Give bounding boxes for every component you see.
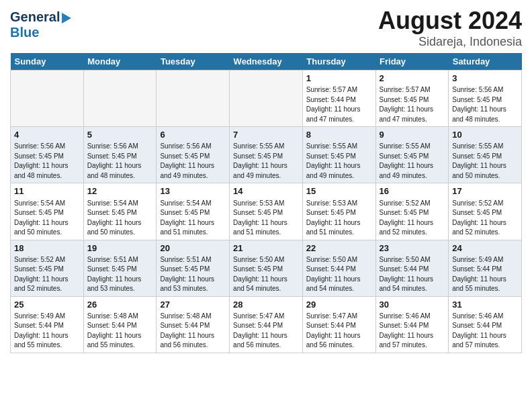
logo-arrow-icon (62, 13, 71, 24)
calendar-cell: 6Sunrise: 5:56 AMSunset: 5:45 PMDaylight… (157, 127, 230, 183)
calendar-cell: 12Sunrise: 5:54 AMSunset: 5:45 PMDayligh… (83, 183, 157, 240)
day-number: 10 (452, 129, 518, 141)
calendar-cell: 31Sunrise: 5:46 AMSunset: 5:44 PMDayligh… (449, 296, 522, 353)
cell-details: Sunrise: 5:55 AMSunset: 5:45 PMDaylight:… (233, 142, 299, 181)
day-number: 21 (233, 242, 299, 255)
calendar-cell: 17Sunrise: 5:52 AMSunset: 5:45 PMDayligh… (449, 183, 522, 240)
calendar-cell: 27Sunrise: 5:48 AMSunset: 5:44 PMDayligh… (157, 296, 230, 353)
cell-details: Sunrise: 5:51 AMSunset: 5:45 PMDaylight:… (160, 255, 226, 294)
day-number: 31 (452, 299, 518, 311)
calendar-cell: 10Sunrise: 5:55 AMSunset: 5:45 PMDayligh… (449, 127, 522, 183)
cell-details: Sunrise: 5:56 AMSunset: 5:45 PMDaylight:… (160, 142, 226, 181)
col-thursday: Thursday (302, 53, 375, 71)
col-monday: Monday (83, 53, 157, 71)
logo-general: General (10, 9, 60, 25)
day-number: 27 (160, 299, 226, 311)
cell-details: Sunrise: 5:52 AMSunset: 5:45 PMDaylight:… (380, 199, 445, 238)
day-number: 18 (14, 242, 80, 255)
cell-details: Sunrise: 5:52 AMSunset: 5:45 PMDaylight:… (452, 199, 518, 238)
week-row-4: 18Sunrise: 5:52 AMSunset: 5:45 PMDayligh… (11, 240, 522, 296)
cell-details: Sunrise: 5:53 AMSunset: 5:45 PMDaylight:… (306, 199, 372, 238)
cell-details: Sunrise: 5:49 AMSunset: 5:44 PMDaylight:… (452, 255, 518, 294)
day-number: 4 (14, 129, 80, 141)
calendar-cell: 7Sunrise: 5:55 AMSunset: 5:45 PMDaylight… (230, 127, 303, 183)
calendar-cell: 15Sunrise: 5:53 AMSunset: 5:45 PMDayligh… (302, 183, 375, 240)
day-number: 28 (233, 299, 299, 311)
cell-details: Sunrise: 5:57 AMSunset: 5:45 PMDaylight:… (380, 85, 445, 124)
calendar-cell (230, 71, 303, 127)
location: Sidareja, Indonesia (378, 35, 522, 49)
calendar-cell: 20Sunrise: 5:51 AMSunset: 5:45 PMDayligh… (157, 240, 230, 296)
calendar-cell: 19Sunrise: 5:51 AMSunset: 5:45 PMDayligh… (83, 240, 157, 296)
cell-details: Sunrise: 5:56 AMSunset: 5:45 PMDaylight:… (14, 142, 80, 181)
day-number: 13 (160, 185, 226, 197)
header: General Blue August 2024 Sidareja, Indon… (10, 7, 522, 49)
day-number: 2 (380, 73, 445, 85)
calendar-cell: 26Sunrise: 5:48 AMSunset: 5:44 PMDayligh… (83, 296, 157, 353)
col-sunday: Sunday (11, 53, 84, 71)
calendar-cell: 28Sunrise: 5:47 AMSunset: 5:44 PMDayligh… (230, 296, 303, 353)
header-row: Sunday Monday Tuesday Wednesday Thursday… (11, 53, 522, 71)
day-number: 9 (380, 129, 445, 141)
day-number: 19 (87, 242, 153, 255)
day-number: 12 (87, 185, 153, 197)
calendar-cell: 3Sunrise: 5:56 AMSunset: 5:45 PMDaylight… (449, 71, 522, 127)
day-number: 23 (380, 242, 445, 255)
week-row-5: 25Sunrise: 5:49 AMSunset: 5:44 PMDayligh… (11, 296, 522, 353)
calendar-table: Sunday Monday Tuesday Wednesday Thursday… (10, 53, 522, 353)
calendar-cell: 9Sunrise: 5:55 AMSunset: 5:45 PMDaylight… (375, 127, 449, 183)
day-number: 8 (306, 129, 372, 141)
cell-details: Sunrise: 5:52 AMSunset: 5:45 PMDaylight:… (14, 255, 80, 294)
calendar-cell: 23Sunrise: 5:50 AMSunset: 5:44 PMDayligh… (375, 240, 449, 296)
cell-details: Sunrise: 5:51 AMSunset: 5:45 PMDaylight:… (87, 255, 153, 294)
calendar-cell: 5Sunrise: 5:56 AMSunset: 5:45 PMDaylight… (83, 127, 157, 183)
calendar-cell: 1Sunrise: 5:57 AMSunset: 5:44 PMDaylight… (302, 71, 375, 127)
month-year: August 2024 (378, 7, 522, 35)
day-number: 6 (160, 129, 226, 141)
day-number: 30 (380, 299, 445, 311)
day-number: 24 (452, 242, 518, 255)
day-number: 16 (380, 185, 445, 197)
cell-details: Sunrise: 5:56 AMSunset: 5:45 PMDaylight:… (87, 142, 153, 181)
calendar-cell (157, 71, 230, 127)
calendar-cell: 22Sunrise: 5:50 AMSunset: 5:44 PMDayligh… (302, 240, 375, 296)
day-number: 17 (452, 185, 518, 197)
day-number: 5 (87, 129, 153, 141)
cell-details: Sunrise: 5:48 AMSunset: 5:44 PMDaylight:… (87, 312, 153, 351)
week-row-3: 11Sunrise: 5:54 AMSunset: 5:45 PMDayligh… (11, 183, 522, 240)
calendar-cell: 25Sunrise: 5:49 AMSunset: 5:44 PMDayligh… (11, 296, 84, 353)
day-number: 15 (306, 185, 372, 197)
cell-details: Sunrise: 5:50 AMSunset: 5:44 PMDaylight:… (306, 255, 372, 294)
logo-blue: Blue (10, 25, 39, 40)
cell-details: Sunrise: 5:55 AMSunset: 5:45 PMDaylight:… (380, 142, 445, 181)
week-row-1: 1Sunrise: 5:57 AMSunset: 5:44 PMDaylight… (11, 71, 522, 127)
day-number: 25 (14, 299, 80, 311)
calendar-cell: 24Sunrise: 5:49 AMSunset: 5:44 PMDayligh… (449, 240, 522, 296)
cell-details: Sunrise: 5:54 AMSunset: 5:45 PMDaylight:… (14, 199, 80, 238)
logo-line1: General (10, 9, 71, 25)
cell-details: Sunrise: 5:54 AMSunset: 5:45 PMDaylight:… (87, 199, 153, 238)
calendar-cell (83, 71, 157, 127)
calendar-cell: 30Sunrise: 5:46 AMSunset: 5:44 PMDayligh… (375, 296, 449, 353)
cell-details: Sunrise: 5:56 AMSunset: 5:45 PMDaylight:… (452, 85, 518, 124)
cell-details: Sunrise: 5:46 AMSunset: 5:44 PMDaylight:… (452, 312, 518, 351)
calendar-cell: 2Sunrise: 5:57 AMSunset: 5:45 PMDaylight… (375, 71, 449, 127)
calendar-cell: 14Sunrise: 5:53 AMSunset: 5:45 PMDayligh… (230, 183, 303, 240)
cell-details: Sunrise: 5:48 AMSunset: 5:44 PMDaylight:… (160, 312, 226, 351)
cell-details: Sunrise: 5:50 AMSunset: 5:44 PMDaylight:… (380, 255, 445, 294)
day-number: 14 (233, 185, 299, 197)
calendar-cell: 29Sunrise: 5:47 AMSunset: 5:44 PMDayligh… (302, 296, 375, 353)
day-number: 22 (306, 242, 372, 255)
day-number: 7 (233, 129, 299, 141)
calendar-cell: 11Sunrise: 5:54 AMSunset: 5:45 PMDayligh… (11, 183, 84, 240)
cell-details: Sunrise: 5:53 AMSunset: 5:45 PMDaylight:… (233, 199, 299, 238)
calendar-cell: 8Sunrise: 5:55 AMSunset: 5:45 PMDaylight… (302, 127, 375, 183)
col-saturday: Saturday (449, 53, 522, 71)
cell-details: Sunrise: 5:50 AMSunset: 5:45 PMDaylight:… (233, 255, 299, 294)
cell-details: Sunrise: 5:49 AMSunset: 5:44 PMDaylight:… (14, 312, 80, 351)
cell-details: Sunrise: 5:47 AMSunset: 5:44 PMDaylight:… (233, 312, 299, 351)
col-friday: Friday (375, 53, 449, 71)
cell-details: Sunrise: 5:55 AMSunset: 5:45 PMDaylight:… (306, 142, 372, 181)
cell-details: Sunrise: 5:46 AMSunset: 5:44 PMDaylight:… (380, 312, 445, 351)
week-row-2: 4Sunrise: 5:56 AMSunset: 5:45 PMDaylight… (11, 127, 522, 183)
